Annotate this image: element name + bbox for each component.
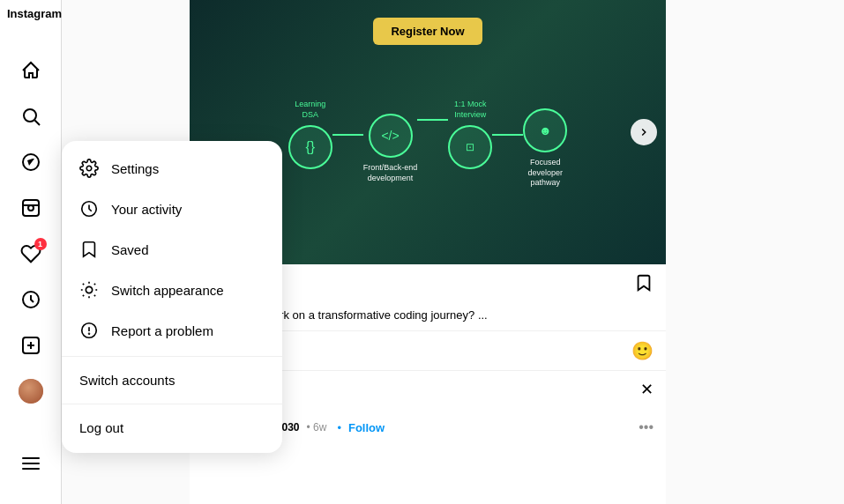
chevron-right-icon xyxy=(638,126,650,138)
settings-label: Settings xyxy=(111,161,159,176)
svg-point-13 xyxy=(86,286,92,293)
step4-label-bottom: Focuseddeveloperpathway xyxy=(528,158,564,189)
close-button[interactable]: ✕ xyxy=(640,380,654,399)
menu-item-appearance[interactable]: Switch appearance xyxy=(62,270,282,310)
svg-point-24 xyxy=(89,333,90,334)
step1-label-top: LearningDSA xyxy=(295,100,325,120)
svg-marker-3 xyxy=(27,159,34,166)
menu-line-1 xyxy=(22,457,40,459)
notification-badge: 1 xyxy=(34,238,47,250)
home-icon xyxy=(20,60,41,81)
connector-1 xyxy=(332,134,363,136)
sidebar-item-search[interactable] xyxy=(10,95,52,137)
activity-icon xyxy=(79,199,99,219)
svg-line-1 xyxy=(34,121,40,126)
saved-label: Saved xyxy=(111,242,149,257)
menu-item-switch-accounts[interactable]: Switch accounts xyxy=(62,362,282,398)
follow-button[interactable]: Follow xyxy=(348,421,385,434)
saved-icon xyxy=(79,240,99,259)
sidebar-menu-button[interactable] xyxy=(10,442,52,485)
sidebar-item-explore[interactable] xyxy=(10,141,52,183)
menu-item-settings[interactable]: Settings xyxy=(62,148,282,189)
favorites-icon xyxy=(20,289,41,310)
more-options-button[interactable]: ••• xyxy=(639,419,654,435)
roadmap-step-1: LearningDSA {} xyxy=(288,100,332,169)
menu-item-report[interactable]: Report a problem xyxy=(62,310,282,351)
register-button[interactable]: Register Now xyxy=(373,18,482,45)
app-name: Instagram xyxy=(7,7,62,20)
menu-item-saved[interactable]: Saved xyxy=(62,229,282,270)
logout-label: Log out xyxy=(79,420,123,435)
svg-rect-4 xyxy=(23,200,39,216)
report-label: Report a problem xyxy=(111,323,213,338)
step3-label-top: 1:1 MockInterview xyxy=(454,100,487,120)
follow-dot: • xyxy=(337,421,341,434)
sidebar-item-create[interactable] xyxy=(10,324,52,367)
svg-line-17 xyxy=(94,295,95,296)
bookmark-icon xyxy=(634,273,654,293)
svg-line-21 xyxy=(94,284,95,285)
appearance-icon xyxy=(79,280,99,300)
menu-divider-2 xyxy=(62,404,282,404)
roadmap-step-4: ☻ Focuseddeveloperpathway xyxy=(523,80,567,189)
sidebar: 1 xyxy=(0,0,62,504)
svg-line-20 xyxy=(83,295,84,296)
emoji-button[interactable]: 🙂 xyxy=(631,340,654,361)
roadmap-step-2: </> Front/Back-enddevelopment xyxy=(363,85,418,183)
activity-label: Your activity xyxy=(111,202,182,217)
settings-icon xyxy=(79,159,99,178)
step2-label-bottom: Front/Back-enddevelopment xyxy=(363,163,418,183)
appearance-label: Switch appearance xyxy=(111,283,224,298)
reels-icon xyxy=(20,197,41,219)
svg-point-0 xyxy=(24,109,36,122)
sidebar-item-profile[interactable] xyxy=(10,370,52,412)
menu-item-activity[interactable]: Your activity xyxy=(62,189,282,229)
step2-circle: </> xyxy=(369,114,413,158)
create-icon xyxy=(20,335,41,356)
sidebar-item-home[interactable] xyxy=(10,49,52,92)
connector-3 xyxy=(492,134,523,136)
post-next-button[interactable] xyxy=(631,119,657,145)
step3-circle: ⊡ xyxy=(448,125,492,169)
menu-line-2 xyxy=(22,463,40,464)
explore-icon xyxy=(20,152,41,173)
roadmap-step-3: 1:1 MockInterview ⊡ xyxy=(448,100,492,169)
svg-point-11 xyxy=(86,166,92,171)
avatar xyxy=(19,379,43,404)
sidebar-item-favorites[interactable] xyxy=(10,278,52,321)
search-icon xyxy=(20,106,41,127)
step1-circle: {} xyxy=(288,125,332,169)
roadmap-row: LearningDSA {} </> Front/Back-enddevelop… xyxy=(288,63,568,189)
step4-circle: ☻ xyxy=(523,108,567,152)
bookmark-button[interactable] xyxy=(634,273,654,296)
switch-accounts-label: Switch accounts xyxy=(79,373,175,388)
menu-line-3 xyxy=(22,468,40,470)
follow-meta: • 6w xyxy=(307,421,327,434)
menu-item-logout[interactable]: Log out xyxy=(62,410,282,446)
dropdown-menu: Settings Your activity Saved xyxy=(62,141,282,453)
report-icon xyxy=(79,321,99,340)
sidebar-item-notifications[interactable]: 1 xyxy=(10,233,52,275)
svg-line-16 xyxy=(83,284,84,285)
menu-divider-1 xyxy=(62,356,282,357)
connector-2 xyxy=(417,119,448,121)
sidebar-item-reels[interactable] xyxy=(10,187,52,229)
